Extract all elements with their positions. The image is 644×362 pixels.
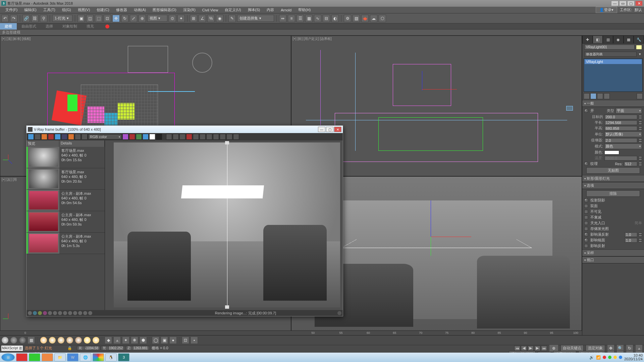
next-frame[interactable]: ▶ [534, 346, 540, 351]
vfb-clear-button[interactable] [186, 134, 192, 140]
mirror-button[interactable]: ⇔ [279, 15, 286, 22]
vfb-history-hdr-preview[interactable]: 预览 [26, 140, 59, 147]
render-panorama[interactable]: ⬡ [379, 15, 386, 22]
menu-civil[interactable]: Civil View [199, 8, 221, 12]
pivot-button[interactable]: ⊙ [169, 15, 176, 22]
menu-tools[interactable]: 工具(T) [40, 7, 59, 12]
schematic-view[interactable]: ⊟ [323, 15, 330, 22]
modifier-list-dropdown[interactable] [584, 52, 637, 57]
menu-content[interactable]: 内容 [263, 7, 277, 12]
vfb-paste-button[interactable] [173, 134, 179, 140]
material-editor[interactable]: ◐ [331, 15, 339, 22]
selset-button[interactable]: 选定对象 [586, 345, 605, 351]
z-coord[interactable]: Z: 1263.881 [125, 346, 149, 350]
mode-dropdown[interactable]: 颜色▾ [604, 143, 642, 149]
vfb-history-item[interactable]: 公主房 - 副本.max640 x 480, 帧 00h 1m 5.3s [26, 233, 105, 254]
minimize-button[interactable]: — [611, 1, 619, 6]
vfb-status-icon[interactable] [33, 311, 37, 315]
vfb-b-button[interactable] [143, 134, 149, 140]
vfb-history-toggle[interactable] [55, 134, 61, 140]
cmdpanel-tab-motion[interactable]: ◉ [613, 36, 624, 44]
select-crossing-button[interactable]: ⊡ [104, 15, 111, 22]
vfb-swap-button[interactable] [75, 134, 81, 140]
cmdpanel-tab-hierarchy[interactable]: ▥ [603, 36, 613, 44]
vfb-B-button[interactable] [68, 134, 74, 140]
vfb-lens-button[interactable] [213, 134, 219, 140]
render-frame[interactable]: ▧ [353, 15, 360, 22]
tray-icon[interactable] [608, 356, 611, 359]
named-sel-dropdown[interactable]: 创建选择集 ▾ [237, 15, 274, 22]
light-dir[interactable] [57, 337, 65, 344]
vfb-status-icon[interactable] [48, 311, 52, 315]
goto-start[interactable]: ⏮ [514, 346, 520, 351]
angle-snap[interactable]: ∠ [199, 15, 206, 22]
mult-value[interactable]: 2.0 [604, 138, 637, 143]
stack-pin-icon[interactable] [584, 93, 590, 99]
placement-button[interactable]: ⊕ [139, 15, 146, 22]
misc1[interactable]: ⊡ [182, 337, 189, 344]
misc2[interactable]: ▪ [191, 337, 198, 344]
menu-arnold[interactable]: Arnold [277, 8, 295, 12]
ribbon-tab-populate[interactable]: 填充 [82, 23, 99, 29]
rotate-button[interactable]: ↻ [121, 15, 128, 22]
vfb-history-clear[interactable] [48, 134, 54, 140]
menu-file[interactable]: 文件(F) [2, 7, 21, 12]
helper2[interactable]: ⟁ [113, 337, 121, 344]
move-button[interactable]: ✥ [112, 15, 120, 22]
close-button[interactable]: ✕ [635, 1, 643, 6]
select-rect-button[interactable]: ◫ [86, 15, 94, 22]
cb-skyportal[interactable] [584, 221, 588, 225]
vfb-clipboard-button[interactable] [179, 134, 185, 140]
x-coord[interactable]: X: -1094.58 [77, 346, 100, 350]
percent-snap[interactable]: % [207, 15, 215, 22]
vfb-menu-button[interactable] [82, 134, 88, 140]
vfb-vr-button[interactable] [226, 134, 232, 140]
rollout-general[interactable]: 一般 [582, 100, 644, 107]
diffuse-value[interactable]: 1.0 [625, 232, 637, 237]
modifier-stack-item[interactable]: VRayLight [585, 59, 642, 64]
tray-icon[interactable] [613, 356, 617, 359]
vfb-history-item[interactable]: 公主房 - 副本.max640 x 480, 帧 00h 0m 59.9s [26, 211, 105, 233]
units-dropdown[interactable]: 默认(图像)▾ [604, 131, 642, 137]
layers-button[interactable]: ☰ [297, 15, 304, 22]
object-color-swatch[interactable] [636, 45, 642, 50]
menu-help[interactable]: 帮助(H) [295, 7, 314, 12]
object-name-field[interactable] [584, 45, 635, 50]
vfb-history-hdr-details[interactable]: Details [59, 140, 105, 147]
halflength-value[interactable]: 1294.568 [604, 120, 637, 125]
vfb-mono-button[interactable] [156, 134, 162, 140]
unlink-button[interactable]: ⛓ [31, 15, 39, 22]
menu-edit[interactable]: 编辑(E) [21, 7, 40, 12]
cmdpanel-tab-create[interactable]: ✚ [582, 36, 593, 44]
mat-sphere3[interactable] [19, 337, 26, 344]
vfb-history-item[interactable]: 客厅场景.max640 x 480, 帧 00h 0m 20.6s [26, 168, 105, 190]
snap-toggle[interactable]: ⊞ [190, 15, 197, 22]
curve-editor[interactable]: ∿ [314, 15, 321, 22]
vfb-save-button[interactable] [35, 134, 41, 140]
stack-unique-icon[interactable] [597, 93, 603, 99]
vfb-history-item[interactable]: 公主房 - 副本.max640 x 480, 帧 00h 0m 54.6s [26, 190, 105, 211]
light-omni[interactable] [40, 337, 47, 344]
vfb-cloud-button[interactable] [233, 134, 239, 140]
system-clock[interactable]: 10:40 2020/11/24 [624, 354, 643, 361]
vfb-history-save[interactable] [41, 134, 47, 140]
cb-doublesided[interactable] [584, 204, 588, 208]
ribbon-subtab[interactable]: 多边形建模 [0, 29, 644, 36]
vfb-collapse-icon[interactable] [337, 311, 341, 315]
light-sun[interactable] [84, 337, 91, 344]
vfb-status-icon[interactable] [78, 311, 82, 315]
vfb-status-icon[interactable] [43, 311, 47, 315]
type-dropdown[interactable]: 平面▾ [615, 108, 642, 114]
taskbar-wps[interactable]: W [67, 353, 78, 361]
vfb-titlebar[interactable]: V-Ray frame buffer - [100% of 640 x 480]… [26, 126, 343, 133]
helper4[interactable]: ❋ [131, 337, 138, 344]
ribbon-tab-selection[interactable]: 选择 [41, 23, 58, 29]
stack-remove-icon[interactable] [604, 93, 610, 99]
lock-icon[interactable]: 🔒 [67, 346, 72, 350]
cb-invisible[interactable] [584, 210, 588, 214]
link-button[interactable]: 🔗 [22, 15, 30, 22]
cb-texture[interactable] [584, 162, 588, 166]
vfb-link-button[interactable] [206, 134, 212, 140]
cb-diffuse[interactable] [584, 233, 588, 236]
vfb-channel-dropdown[interactable]: RGB color▾ [88, 134, 122, 139]
